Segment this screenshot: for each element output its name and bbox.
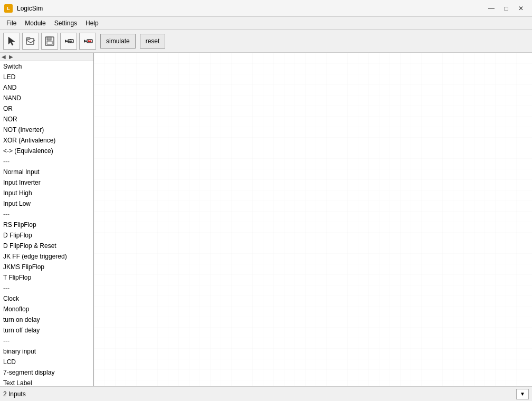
sidebar-item-17[interactable]: D FlipFlop & Reset [0,241,93,251]
sidebar-item-8[interactable]: <-> (Equivalence) [0,146,93,156]
simulate-button[interactable]: simulate [100,34,136,49]
sidebar-item-28[interactable]: LCD [0,357,93,367]
sidebar-item-20[interactable]: T FlipFlop [0,272,93,283]
window-title: LogicSim [17,5,480,12]
svg-text:L: L [7,6,10,11]
remove-component-button[interactable] [79,33,96,50]
sidebar-item-29[interactable]: 7-segment display [0,367,93,378]
sidebar-item-18[interactable]: JK FF (edge triggered) [0,251,93,262]
status-label: 2 Inputs [3,390,514,398]
status-bar: 2 Inputs ▼ [0,386,532,401]
sidebar-item-4[interactable]: OR [0,103,93,114]
svg-marker-2 [8,37,15,45]
menu-settings[interactable]: Settings [50,18,81,28]
sidebar-item-2[interactable]: AND [0,82,93,93]
menu-help[interactable]: Help [81,18,103,28]
svg-rect-6 [47,37,51,40]
sidebar-item-0[interactable]: Switch [0,61,93,72]
menu-file[interactable]: File [2,18,21,28]
select-tool-button[interactable] [3,33,20,50]
sidebar-item-27[interactable]: binary input [0,346,93,357]
toolbar: simulate reset [0,30,532,53]
sidebar-item-7[interactable]: XOR (Antivalence) [0,135,93,146]
sidebar-separator: --- [0,209,93,219]
open-file-button[interactable] [22,33,39,50]
sidebar-item-24[interactable]: turn on delay [0,314,93,325]
sidebar-items-list: SwitchLEDANDNANDORNORNOT (Inverter)XOR (… [0,61,93,386]
sidebar-item-25[interactable]: turn off delay [0,325,93,336]
svg-rect-4 [26,37,30,40]
sidebar-separator: --- [0,336,93,346]
sidebar-item-1[interactable]: LED [0,72,93,82]
reset-button[interactable]: reset [140,34,166,49]
minimize-button[interactable]: — [484,3,498,14]
menu-module[interactable]: Module [21,18,50,28]
sidebar-item-15[interactable]: RS FlipFlop [0,219,93,230]
sidebar-item-30[interactable]: Text Label [0,378,93,386]
sidebar-item-12[interactable]: Input High [0,188,93,198]
save-file-button[interactable] [41,33,58,50]
window-controls: — □ ✕ [484,3,528,14]
sidebar-item-22[interactable]: Clock [0,293,93,304]
sidebar-item-19[interactable]: JKMS FlipFlop [0,262,93,272]
sidebar-collapse-left[interactable]: ◀ [0,53,7,61]
sidebar-item-23[interactable]: Monoflop [0,304,93,314]
svg-rect-7 [47,41,52,44]
menu-bar: File Module Settings Help [0,17,532,30]
sidebar-collapse-right[interactable]: ▶ [7,53,15,61]
sidebar-item-10[interactable]: Normal Input [0,167,93,177]
canvas-area[interactable] [94,53,532,386]
sidebar-item-3[interactable]: NAND [0,93,93,103]
sidebar-item-5[interactable]: NOR [0,114,93,125]
canvas-inner [94,53,532,386]
sidebar-separator: --- [0,283,93,293]
close-button[interactable]: ✕ [514,3,528,14]
title-bar: L LogicSim — □ ✕ [0,0,532,17]
inputs-dropdown-button[interactable]: ▼ [516,389,529,399]
maximize-button[interactable]: □ [499,3,513,14]
add-component-button[interactable] [60,33,77,50]
sidebar: ◀ ▶ SwitchLEDANDNANDORNORNOT (Inverter)X… [0,53,94,386]
svg-rect-16 [94,53,532,386]
sidebar-item-6[interactable]: NOT (Inverter) [0,125,93,135]
dropdown-arrow: ▼ [520,391,525,397]
sidebar-item-16[interactable]: D FlipFlop [0,230,93,241]
app-icon: L [4,4,13,13]
sidebar-separator: --- [0,156,93,167]
main-area: ◀ ▶ SwitchLEDANDNANDORNORNOT (Inverter)X… [0,53,532,386]
sidebar-item-11[interactable]: Input Inverter [0,177,93,188]
sidebar-item-13[interactable]: Input Low [0,198,93,209]
